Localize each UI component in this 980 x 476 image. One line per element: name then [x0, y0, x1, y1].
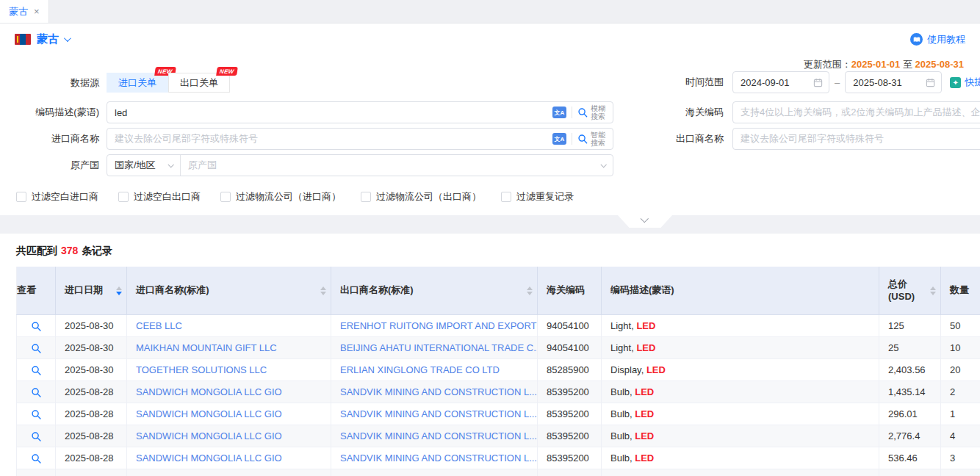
- time-range-label: 时间范围: [646, 76, 724, 89]
- translate-icon[interactable]: 文A: [552, 133, 566, 145]
- tab-mongolia[interactable]: 蒙古 ×: [0, 0, 49, 23]
- sort-desc-icon[interactable]: [930, 292, 936, 295]
- filter-checkbox[interactable]: 过滤物流公司（进口商）: [220, 190, 341, 203]
- code-desc-label: 编码描述(蒙语): [0, 106, 99, 119]
- origin-placeholder: 原产国: [188, 159, 601, 172]
- view-cell: [17, 381, 56, 403]
- column-header: 进口日期: [56, 267, 127, 315]
- led-highlight: LED: [636, 342, 655, 353]
- importer-link[interactable]: MAIKHAN MOUNTAIN GIFT LLC: [127, 337, 331, 359]
- importer-link[interactable]: SANDWICH MONGOLIA LLC GIO: [127, 447, 331, 469]
- checkbox-icon[interactable]: [361, 192, 371, 202]
- end-date-value: 2025-08-31: [853, 77, 926, 88]
- exporter-link[interactable]: ERLIAN XINGLONG TRADE CO LTD: [331, 359, 538, 381]
- column-header-label: 总价 (USD): [888, 278, 926, 303]
- view-magnifier-icon[interactable]: [31, 453, 42, 464]
- importer-link[interactable]: SANDWICH MONGOLIA LLC GIO: [127, 403, 331, 425]
- start-date-value: 2024-09-01: [741, 77, 813, 88]
- translate-icon[interactable]: 文A: [552, 107, 566, 118]
- view-magnifier-icon[interactable]: [31, 343, 42, 354]
- filter-checkbox[interactable]: 过滤物流公司（出口商）: [361, 190, 481, 203]
- hs-code-cell: 85395200: [538, 403, 602, 425]
- sort-control[interactable]: [116, 286, 122, 295]
- exporter-link[interactable]: ERENHOT RUITONG IMPORT AND EXPORT ...: [331, 315, 538, 337]
- exporter-link[interactable]: SANDVIK MINING AND CONSTRUCTION L...: [331, 403, 538, 425]
- new-badge: NEW: [217, 67, 238, 76]
- filter-checkbox[interactable]: 过滤重复记录: [501, 190, 574, 203]
- importer-link[interactable]: SANDWICH MONGOLIA LLC GIO: [127, 425, 331, 447]
- exporter-link[interactable]: SANDVIK MINING AND CONSTRUCTION L...: [331, 469, 538, 476]
- hs-code-input[interactable]: 支持4位以上海关编码，或2位海关编码加上产品描述、企业名称: [732, 101, 980, 123]
- view-cell: [17, 447, 56, 469]
- total-usd-cell: 497.57: [879, 469, 941, 476]
- tutorial-link[interactable]: 使用教程: [910, 33, 965, 46]
- chevron-down-icon[interactable]: [64, 35, 71, 42]
- view-cell: [17, 425, 56, 447]
- import-date-cell: 2025-08-28: [56, 403, 127, 425]
- column-header: 数量: [941, 267, 980, 315]
- importer-link[interactable]: SANDWICH MONGOLIA LLC GIO: [127, 381, 331, 403]
- exporter-label: 出口商名称: [646, 132, 724, 145]
- quantity-cell: 1: [941, 403, 980, 425]
- origin-input[interactable]: 原产国: [181, 159, 613, 172]
- fuzzy-search-toggle[interactable]: 模糊搜索: [577, 104, 607, 120]
- total-usd-cell: 1,435.14: [879, 381, 941, 403]
- start-date-input[interactable]: 2024-09-01: [732, 71, 829, 93]
- sort-control[interactable]: [930, 286, 936, 295]
- chevron-down-icon: [167, 162, 173, 167]
- view-magnifier-icon[interactable]: [31, 365, 42, 376]
- data-source-tab[interactable]: 出口关单 NEW: [168, 73, 230, 93]
- update-range-start: 2025-01-01: [851, 59, 901, 70]
- checkbox-icon[interactable]: [220, 192, 231, 202]
- code-desc-cell: Bulb, LED: [602, 447, 879, 469]
- import-date-cell: 2025-08-30: [56, 337, 127, 359]
- book-icon: [910, 33, 923, 46]
- import-date-cell: 2025-08-28: [56, 469, 127, 476]
- exporter-link[interactable]: BEIJING AHATU INTERNATIONAL TRADE C...: [331, 337, 538, 359]
- quantity-cell: 2: [941, 381, 980, 403]
- view-cell: [17, 315, 56, 337]
- origin-type-select[interactable]: 国家/地区: [107, 155, 181, 176]
- importer-link[interactable]: TOGETHER SOLUTIONS LLC: [127, 359, 331, 381]
- sort-asc-icon[interactable]: [320, 286, 326, 290]
- led-highlight: LED: [635, 430, 654, 441]
- data-source-tab[interactable]: 进口关单 NEW: [107, 73, 168, 93]
- end-date-input[interactable]: 2025-08-31: [845, 71, 942, 93]
- importer-link[interactable]: SANDWICH MONGOLIA LLC GIO: [127, 469, 331, 476]
- sort-asc-icon[interactable]: [116, 286, 122, 290]
- view-magnifier-icon[interactable]: [31, 409, 42, 420]
- filter-checkbox[interactable]: 过滤空白出口商: [118, 190, 201, 203]
- country-title[interactable]: 蒙古: [37, 32, 59, 46]
- quick-select-link[interactable]: ✦ 快捷选择: [950, 76, 980, 89]
- sort-desc-icon[interactable]: [527, 292, 533, 295]
- sort-control[interactable]: [527, 286, 533, 295]
- sort-desc-icon[interactable]: [320, 292, 326, 295]
- hs-code-cell: 85395200: [538, 447, 602, 469]
- filter-checkbox[interactable]: 过滤空白进口商: [16, 190, 98, 203]
- search-icon: [577, 134, 588, 145]
- sort-asc-icon[interactable]: [930, 286, 936, 290]
- exporter-link[interactable]: SANDVIK MINING AND CONSTRUCTION L...: [331, 381, 538, 403]
- exporter-input[interactable]: 建议去除公司尾部字符或特殊符号: [732, 128, 980, 150]
- smart-search-toggle[interactable]: 智能搜索: [577, 131, 607, 147]
- view-magnifier-icon[interactable]: [31, 321, 42, 332]
- importer-link[interactable]: CEEB LLC: [127, 315, 331, 337]
- chevron-down-icon: [600, 162, 606, 167]
- code-desc-input[interactable]: led 文A 模糊搜索: [107, 101, 613, 123]
- checkbox-icon[interactable]: [118, 192, 129, 202]
- checkbox-icon[interactable]: [16, 192, 26, 202]
- view-magnifier-icon[interactable]: [31, 431, 42, 442]
- data-source-tab-label: 出口关单: [180, 76, 218, 90]
- checkbox-icon[interactable]: [501, 192, 511, 202]
- sort-desc-icon[interactable]: [116, 292, 122, 295]
- sort-control[interactable]: [320, 286, 326, 295]
- exporter-link[interactable]: SANDVIK MINING AND CONSTRUCTION L...: [331, 447, 538, 469]
- exporter-link[interactable]: SANDVIK MINING AND CONSTRUCTION L...: [331, 425, 538, 447]
- collapse-panel-handle[interactable]: [618, 215, 672, 228]
- sort-asc-icon[interactable]: [527, 286, 533, 290]
- import-date-cell: 2025-08-28: [56, 447, 127, 469]
- tab-close-icon[interactable]: ×: [34, 7, 40, 16]
- view-magnifier-icon[interactable]: [31, 387, 42, 398]
- import-date-cell: 2025-08-28: [56, 425, 127, 447]
- importer-input[interactable]: 建议去除公司尾部字符或特殊符号 文A 智能搜索: [107, 128, 613, 150]
